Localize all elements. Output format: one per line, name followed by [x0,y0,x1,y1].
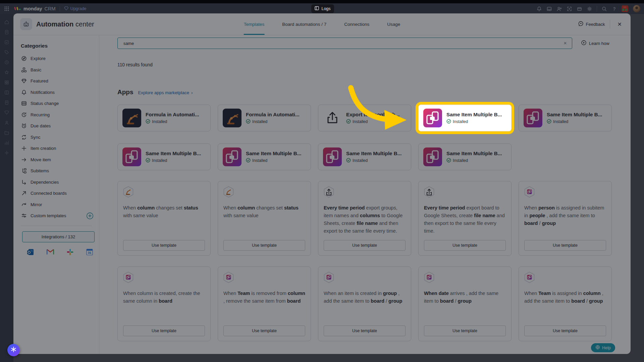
installed-label: Installed [453,119,468,124]
app-card[interactable]: Same Item Multiple B...Installed [418,105,512,131]
ai-assistant-button[interactable] [7,344,20,356]
app-card-text: Same Item Multiple B...Installed [446,112,502,125]
screen: monday CRM Upgrade Logs Automation cente… [0,0,644,362]
logs-label: Logs [321,6,330,11]
logs-panel-icon [315,6,319,11]
dim-overlay [0,0,644,362]
logs-button[interactable]: Logs [311,4,334,13]
check-circle-icon [446,119,451,125]
app-card-title: Same Item Multiple B... [446,112,502,117]
boards-app-icon [423,109,442,127]
installed-status: Installed [446,119,502,125]
sparkle-icon [10,346,17,354]
